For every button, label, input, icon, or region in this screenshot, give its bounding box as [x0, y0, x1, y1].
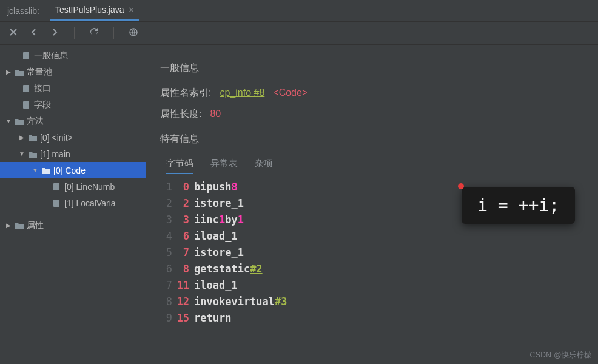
svg-rect-5 — [53, 200, 59, 207]
tree-node-main[interactable]: ▼[1] main — [0, 146, 146, 162]
tooltip: i = ++i; — [462, 187, 575, 224]
svg-rect-3 — [23, 101, 29, 109]
folder-icon — [15, 68, 24, 76]
tree-label: [1] LocalVaria — [64, 198, 116, 208]
bytecode-row[interactable]: 46 iload_1 — [160, 228, 583, 244]
operand: 1 — [238, 212, 244, 228]
file-icon — [52, 199, 62, 207]
opcode: istore_1 — [194, 195, 244, 212]
tree-node-localvar[interactable]: [1] LocalVaria — [0, 195, 146, 211]
gutter: 5 — [160, 244, 173, 261]
tree-node-general[interactable]: 一般信息 — [0, 47, 146, 64]
editor-tab[interactable]: TestIPulsPlus.java ✕ — [50, 5, 139, 21]
opcode: iload_1 — [194, 277, 238, 294]
offset: 12 — [173, 294, 194, 310]
globe-icon[interactable] — [129, 27, 138, 39]
tooltip-text: i = ++i; — [477, 195, 559, 215]
bytecode-row[interactable]: 68 getstatic #2 — [160, 261, 583, 277]
attr-len-value: 80 — [210, 109, 221, 120]
dot-icon — [458, 183, 464, 189]
attr-name-tag: <Code> — [273, 87, 307, 98]
project-label: jclasslib: — [7, 6, 39, 16]
gutter: 3 — [160, 212, 173, 228]
tree-label: 属性 — [27, 220, 44, 231]
attr-name-row: 属性名索引: cp_info #8 <Code> — [160, 87, 583, 99]
by-keyword: by — [225, 212, 237, 228]
chevron-down-icon: ▼ — [5, 118, 12, 124]
gutter: 9 — [160, 310, 173, 326]
svg-rect-2 — [23, 85, 29, 92]
tree-node-interfaces[interactable]: 接口 — [0, 80, 146, 96]
opcode: iinc — [194, 212, 219, 228]
tree-node-constpool[interactable]: ▶常量池 — [0, 64, 146, 80]
content: 一般信息 属性名索引: cp_info #8 <Code> 属性长度: 80 特… — [146, 45, 598, 364]
offset: 7 — [173, 244, 194, 261]
opcode: getstatic — [194, 261, 250, 277]
offset: 8 — [173, 261, 194, 277]
file-icon — [22, 52, 32, 60]
operand: 1 — [219, 212, 225, 228]
close-icon[interactable] — [8, 27, 18, 39]
close-icon[interactable]: ✕ — [128, 5, 135, 15]
tree-node-code[interactable]: ▼[0] Code — [0, 162, 146, 178]
svg-rect-4 — [53, 183, 59, 190]
code-tabs: 字节码 异常表 杂项 — [166, 158, 583, 174]
opcode: iload_1 — [194, 228, 238, 244]
gutter: 1 — [160, 179, 173, 195]
bytecode-row[interactable]: 812 invokevirtual #3 — [160, 294, 583, 310]
attr-name-link[interactable]: cp_info #8 — [220, 87, 264, 98]
sidebar-tree: 一般信息 ▶常量池 接口 字段 ▼方法 ▶[0] <init> ▼[1] mai… — [0, 45, 146, 364]
chevron-right-icon: ▶ — [5, 69, 12, 75]
offset: 6 — [173, 228, 194, 244]
tree-node-attributes[interactable]: ▶属性 — [0, 217, 146, 234]
attr-name-label: 属性名索引: — [160, 87, 211, 99]
tree-label: [1] main — [40, 149, 70, 159]
chevron-right-icon: ▶ — [5, 222, 12, 229]
file-icon — [22, 84, 32, 93]
tree-label: 常量池 — [27, 67, 52, 78]
refresh-icon[interactable] — [89, 27, 99, 39]
offset: 0 — [173, 179, 194, 195]
offset: 15 — [173, 310, 194, 326]
separator — [74, 27, 75, 39]
opcode: istore_1 — [194, 244, 244, 261]
svg-rect-1 — [23, 52, 29, 59]
bytecode-row[interactable]: 915 return — [160, 310, 583, 326]
tab-bytecode[interactable]: 字节码 — [166, 158, 193, 174]
watermark: CSDN @快乐柠檬 — [529, 350, 592, 360]
tree-label: [0] LineNumb — [64, 182, 115, 192]
operand: 8 — [231, 179, 237, 195]
tree-node-methods[interactable]: ▼方法 — [0, 113, 146, 129]
tree-node-linenum[interactable]: [0] LineNumb — [0, 178, 146, 195]
toolbar — [0, 22, 598, 45]
offset: 11 — [173, 277, 194, 294]
chevron-down-icon: ▼ — [18, 150, 25, 157]
folder-icon — [15, 117, 24, 126]
folder-icon — [15, 221, 24, 230]
tab-exceptions[interactable]: 异常表 — [210, 158, 238, 174]
folder-icon — [41, 166, 51, 175]
opcode: return — [194, 310, 231, 326]
gutter: 6 — [160, 261, 173, 277]
file-icon — [22, 101, 32, 109]
cp-ref[interactable]: #3 — [275, 294, 287, 310]
back-icon[interactable] — [29, 27, 39, 39]
tree-label: [0] <init> — [40, 133, 73, 143]
tab-misc[interactable]: 杂项 — [255, 158, 273, 174]
tree-node-init[interactable]: ▶[0] <init> — [0, 129, 146, 146]
main: 一般信息 ▶常量池 接口 字段 ▼方法 ▶[0] <init> ▼[1] mai… — [0, 45, 598, 364]
cp-ref[interactable]: #2 — [250, 261, 262, 277]
file-icon — [52, 183, 62, 191]
tree-node-fields[interactable]: 字段 — [0, 96, 146, 113]
tabbar: jclasslib: TestIPulsPlus.java ✕ — [0, 0, 598, 22]
section-general: 一般信息 — [160, 62, 583, 75]
bytecode-row[interactable]: 57 istore_1 — [160, 244, 583, 261]
opcode: bipush — [194, 179, 231, 195]
folder-icon — [28, 150, 38, 158]
attr-len-row: 属性长度: 80 — [160, 108, 583, 121]
attr-len-label: 属性长度: — [160, 108, 201, 121]
forward-icon[interactable] — [50, 27, 59, 39]
opcode: invokevirtual — [194, 294, 275, 310]
gutter: 8 — [160, 294, 173, 310]
bytecode-row[interactable]: 711 iload_1 — [160, 277, 583, 294]
